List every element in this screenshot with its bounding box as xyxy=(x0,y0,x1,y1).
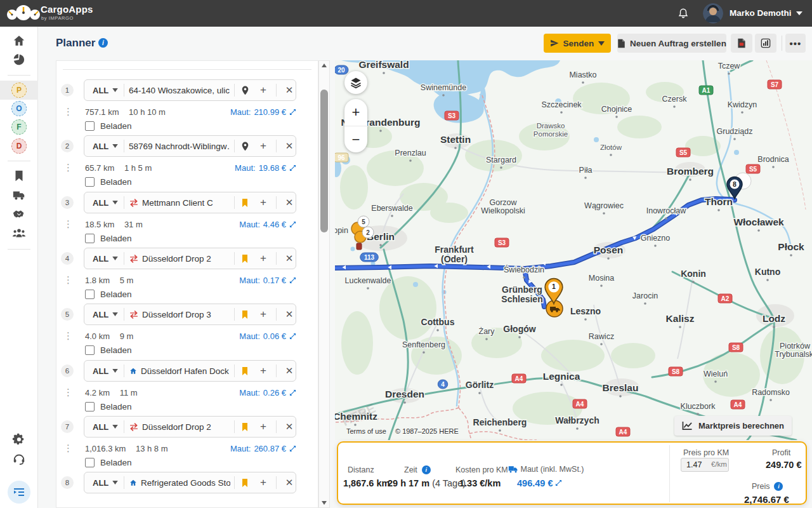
add-stop-button[interactable]: + xyxy=(258,417,269,437)
terms-link[interactable]: Terms of use xyxy=(346,427,386,435)
map-layers-button[interactable] xyxy=(344,71,367,94)
toll-value[interactable]: 496.49 € xyxy=(517,478,562,488)
bookmark-icon[interactable] xyxy=(12,169,26,183)
list-scrollbar[interactable] xyxy=(318,60,330,508)
gear-icon[interactable] xyxy=(12,432,26,446)
remove-stop-button[interactable]: ✕ xyxy=(282,417,296,437)
workspace-p[interactable]: P xyxy=(11,83,27,98)
more-actions-button[interactable]: ••• xyxy=(785,34,806,53)
beladen-checkbox[interactable] xyxy=(85,290,95,299)
drag-handle-icon[interactable]: ⋮ xyxy=(63,220,73,229)
avatar[interactable] xyxy=(703,3,723,23)
drag-handle-icon[interactable]: ⋮ xyxy=(63,388,73,397)
send-button[interactable]: Senden xyxy=(544,34,611,53)
stop-action[interactable] xyxy=(240,417,250,437)
info-icon[interactable]: i xyxy=(774,482,783,491)
stop-name-field[interactable]: Refrigerated Goods Storage xyxy=(129,472,230,493)
workspace-o[interactable]: O xyxy=(11,101,27,116)
user-menu[interactable]: Marko Demothi xyxy=(730,8,792,18)
beladen-checkbox[interactable] xyxy=(85,402,95,411)
toll-link[interactable]: Maut: 0.06 € xyxy=(239,331,296,341)
zoom-out-button[interactable]: − xyxy=(344,126,367,152)
chevron-down-icon[interactable] xyxy=(796,11,802,15)
stop-type-dropdown[interactable]: ALL xyxy=(93,417,118,437)
export-pdf-button[interactable] xyxy=(731,34,752,53)
add-stop-button[interactable]: + xyxy=(258,304,269,324)
stop-type-dropdown[interactable]: ALL xyxy=(93,80,118,100)
users-icon[interactable] xyxy=(12,226,26,240)
drag-handle-icon[interactable]: ⋮ xyxy=(63,276,73,284)
stop-type-dropdown[interactable]: ALL xyxy=(93,136,118,156)
remove-stop-button[interactable]: ✕ xyxy=(282,136,296,156)
price-per-km-input[interactable] xyxy=(681,458,729,472)
add-stop-button[interactable]: + xyxy=(258,136,269,156)
stop-action[interactable] xyxy=(240,80,250,100)
toll-link[interactable]: Maut: 4.46 € xyxy=(239,220,296,229)
info-icon[interactable]: i xyxy=(98,38,108,48)
stop-name-field[interactable]: Düsseldorf Drop 2 xyxy=(129,417,230,437)
headset-support-icon[interactable] xyxy=(12,451,26,465)
drag-handle-icon[interactable]: ⋮ xyxy=(63,331,73,340)
remove-stop-button[interactable]: ✕ xyxy=(282,192,296,213)
home-icon[interactable] xyxy=(12,34,26,48)
stop-name-field[interactable]: Mettmann Client C xyxy=(129,192,230,213)
workspace-f[interactable]: F xyxy=(11,119,27,135)
stop-type-dropdown[interactable]: ALL xyxy=(93,304,118,324)
stop-name-field[interactable]: Düsseldorf Drop 2 xyxy=(129,248,230,269)
stop-name-field[interactable]: 58769 Nachrodt-Wiblingw… xyxy=(129,136,230,156)
toll-link[interactable]: Maut: 0.26 € xyxy=(239,388,296,398)
remove-stop-button[interactable]: ✕ xyxy=(282,361,296,381)
map-marker-cluster[interactable]: 2 xyxy=(362,227,374,238)
statistics-button[interactable] xyxy=(755,34,776,53)
toll-link[interactable]: Maut: 260.87 € xyxy=(230,444,296,453)
add-stop-button[interactable]: + xyxy=(258,80,269,100)
beladen-checkbox[interactable] xyxy=(85,177,95,187)
map-marker-cluster[interactable]: 5 xyxy=(358,216,369,227)
pie-chart-icon[interactable] xyxy=(12,53,26,67)
beladen-checkbox[interactable] xyxy=(85,121,95,131)
stop-action[interactable] xyxy=(240,136,250,156)
stop-name-field[interactable]: 64-140 Włoszakowice, ulic… xyxy=(129,80,230,100)
beladen-checkbox[interactable] xyxy=(85,345,95,355)
notifications-bell-icon[interactable] xyxy=(678,8,689,19)
stop-action[interactable] xyxy=(240,472,250,493)
scroll-down-arrow[interactable] xyxy=(322,501,327,505)
remove-stop-button[interactable]: ✕ xyxy=(282,248,296,269)
stop-action[interactable] xyxy=(240,304,250,324)
beladen-checkbox[interactable] xyxy=(85,234,95,243)
toll-link[interactable]: Maut: 19.68 € xyxy=(235,163,296,173)
stop-name-field[interactable]: Düsseldorf Hafen Dock xyxy=(129,361,230,381)
stop-type-dropdown[interactable]: ALL xyxy=(93,472,118,493)
truck-icon[interactable] xyxy=(12,188,26,202)
info-icon[interactable]: i xyxy=(422,465,431,474)
remove-stop-button[interactable]: ✕ xyxy=(282,80,296,100)
stop-name-field[interactable]: Düsseldorf Drop 3 xyxy=(129,304,230,324)
remove-stop-button[interactable]: ✕ xyxy=(282,472,296,493)
drag-handle-icon[interactable]: ⋮ xyxy=(63,163,73,172)
handshake-icon[interactable] xyxy=(12,207,26,221)
drag-handle-icon[interactable]: ⋮ xyxy=(63,107,73,116)
beladen-checkbox[interactable] xyxy=(85,458,95,467)
sidebar-collapse-button[interactable] xyxy=(8,481,30,504)
add-stop-button[interactable]: + xyxy=(258,248,269,269)
stop-action[interactable] xyxy=(240,248,250,269)
map[interactable]: 20S396A1S7S5S5S3113A2S8S8A4A4A4A44 Greif… xyxy=(335,60,812,440)
add-stop-button[interactable]: + xyxy=(258,472,269,493)
toll-link[interactable]: Maut: 0.17 € xyxy=(239,276,296,285)
workspace-d[interactable]: D xyxy=(11,138,27,154)
stop-action[interactable] xyxy=(240,192,250,213)
stop-action[interactable] xyxy=(240,361,250,381)
new-order-button[interactable]: Neuen Auftrag erstellen xyxy=(617,34,726,53)
scroll-up-arrow[interactable] xyxy=(322,64,327,67)
drag-handle-icon[interactable]: ⋮ xyxy=(63,444,73,453)
zoom-in-button[interactable]: + xyxy=(344,99,367,126)
toll-link[interactable]: Maut: 210.99 € xyxy=(230,107,296,117)
add-stop-button[interactable]: + xyxy=(258,192,269,213)
remove-stop-button[interactable]: ✕ xyxy=(282,304,296,324)
stop-type-dropdown[interactable]: ALL xyxy=(93,192,118,213)
add-stop-button[interactable]: + xyxy=(258,361,269,381)
map-marker-square-red[interactable] xyxy=(357,243,362,250)
scrollbar-thumb[interactable] xyxy=(320,90,328,232)
stop-type-dropdown[interactable]: ALL xyxy=(93,361,118,381)
market-price-button[interactable]: Marktpreis berechnen xyxy=(674,416,792,436)
